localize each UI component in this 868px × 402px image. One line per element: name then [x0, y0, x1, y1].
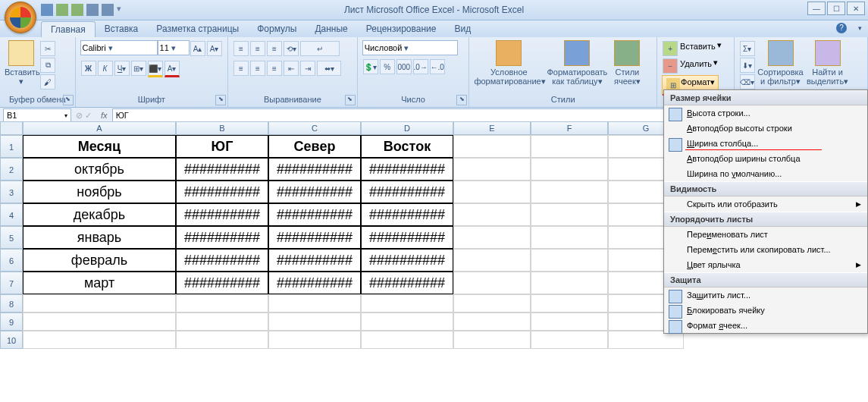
font-name-combo[interactable]: Calibri▾ — [80, 40, 158, 55]
row-header[interactable]: 2 — [0, 158, 23, 181]
tab-Вставка[interactable]: Вставка — [96, 21, 148, 37]
italic-button[interactable]: К — [98, 61, 113, 76]
cell[interactable] — [453, 203, 531, 226]
cell[interactable] — [531, 135, 608, 158]
redo-icon[interactable] — [71, 4, 83, 16]
cell[interactable] — [361, 331, 453, 349]
cell[interactable] — [531, 331, 608, 349]
align-left-icon[interactable]: ≡ — [233, 61, 249, 76]
grow-font-icon[interactable]: A▴ — [190, 41, 205, 56]
align-right-icon[interactable]: ≡ — [267, 61, 282, 76]
maximize-button[interactable]: ☐ — [827, 2, 845, 15]
row-header[interactable]: 5 — [0, 226, 23, 249]
cell[interactable]: ########## — [176, 272, 268, 294]
row-header[interactable]: 4 — [0, 203, 23, 226]
fill-icon[interactable]: ⬇▾ — [740, 58, 755, 73]
row-header[interactable]: 7 — [0, 272, 23, 294]
ribbon-toggle-icon[interactable]: ▾ — [858, 24, 862, 32]
format-painter-icon[interactable]: 🖌 — [40, 74, 55, 90]
cell[interactable] — [531, 158, 608, 181]
row-header[interactable]: 6 — [0, 249, 23, 272]
row-header[interactable]: 10 — [0, 331, 23, 349]
cell[interactable]: ########## — [176, 158, 268, 181]
font-color-icon[interactable]: A▾ — [165, 61, 180, 77]
delete-cells-button[interactable]: −Удалить▾ — [662, 58, 718, 74]
cell[interactable]: ########## — [268, 272, 361, 294]
office-button[interactable] — [5, 2, 36, 33]
bold-button[interactable]: Ж — [81, 61, 96, 76]
fill-color-icon[interactable]: ⬛▾ — [148, 61, 163, 77]
cell[interactable]: Месяц — [23, 135, 176, 158]
col-header-A[interactable]: A — [23, 121, 176, 135]
cell[interactable] — [176, 312, 268, 331]
cell[interactable] — [361, 294, 453, 312]
tab-Рецензирование[interactable]: Рецензирование — [357, 21, 446, 37]
tab-Данные[interactable]: Данные — [306, 21, 356, 37]
menu-item[interactable]: Ширина по умолчанию... — [664, 166, 867, 181]
copy-icon[interactable]: ⧉ — [40, 58, 55, 73]
orientation-icon[interactable]: ⟲▾ — [284, 41, 299, 56]
menu-item[interactable]: Переместить или скопировать лист... — [664, 242, 867, 257]
indent-dec-icon[interactable]: ⇤ — [284, 61, 299, 76]
dialog-launcher-icon[interactable]: ⬊ — [456, 95, 467, 105]
cell[interactable] — [453, 135, 531, 158]
cell[interactable] — [531, 272, 608, 294]
select-all-corner[interactable] — [0, 121, 23, 135]
underline-button[interactable]: Ч▾ — [114, 61, 130, 76]
undo-icon[interactable] — [56, 4, 68, 16]
cell[interactable]: ########## — [176, 203, 268, 226]
cell[interactable] — [453, 226, 531, 249]
cell[interactable] — [268, 294, 361, 312]
cell[interactable] — [531, 203, 608, 226]
row-header[interactable]: 3 — [0, 181, 23, 203]
cell[interactable]: март — [23, 272, 176, 294]
tab-Вид[interactable]: Вид — [445, 21, 480, 37]
cell[interactable] — [23, 312, 176, 331]
wrap-text-icon[interactable]: ↵ — [300, 41, 340, 56]
cell[interactable]: ########## — [361, 158, 453, 181]
cell[interactable] — [453, 272, 531, 294]
sort-filter-button[interactable]: Сортировка и фильтр▾ — [757, 40, 804, 86]
row-header[interactable]: 9 — [0, 312, 23, 331]
cell[interactable]: ########## — [361, 249, 453, 272]
help-icon[interactable]: ? — [836, 23, 847, 33]
fx-icon[interactable]: fx — [101, 111, 108, 120]
cell[interactable]: ноябрь — [23, 181, 176, 203]
currency-icon[interactable]: 💲▾ — [363, 59, 378, 74]
col-header-D[interactable]: D — [361, 121, 453, 135]
cell[interactable] — [268, 331, 361, 349]
cell[interactable] — [531, 181, 608, 203]
menu-item[interactable]: Скрыть или отобразить▶ — [664, 196, 867, 212]
qat-icon[interactable] — [102, 4, 114, 16]
cell[interactable]: ########## — [361, 181, 453, 203]
find-select-button[interactable]: Найти и выделить▾ — [806, 40, 850, 86]
cell[interactable]: ########## — [176, 249, 268, 272]
dialog-launcher-icon[interactable]: ⬊ — [345, 95, 356, 105]
dialog-launcher-icon[interactable]: ⬊ — [215, 95, 226, 105]
cell[interactable] — [268, 312, 361, 331]
clear-icon[interactable]: ⌫▾ — [740, 74, 755, 90]
cell-styles-button[interactable]: Стили ячеек▾ — [610, 40, 644, 86]
cell[interactable]: ########## — [268, 226, 361, 249]
autosum-icon[interactable]: Σ▾ — [740, 41, 755, 56]
menu-item[interactable]: Переименовать лист — [664, 227, 867, 242]
cell[interactable] — [176, 331, 268, 349]
menu-item[interactable]: Формат ячеек... — [664, 318, 867, 333]
save-icon[interactable] — [41, 4, 53, 16]
cell[interactable]: ЮГ — [176, 135, 268, 158]
cell[interactable] — [23, 294, 176, 312]
dialog-launcher-icon[interactable]: ⬊ — [63, 95, 74, 105]
cell[interactable] — [23, 331, 176, 349]
align-middle-icon[interactable]: ≡ — [250, 41, 265, 56]
conditional-format-button[interactable]: Условное форматирование▾ — [474, 40, 544, 86]
align-bottom-icon[interactable]: ≡ — [267, 41, 282, 56]
col-header-F[interactable]: F — [531, 121, 608, 135]
menu-item[interactable]: Защитить лист... — [664, 287, 867, 303]
cell[interactable]: январь — [23, 226, 176, 249]
menu-item[interactable]: Цвет ярлычка▶ — [664, 257, 867, 272]
font-size-combo[interactable]: 11▾ — [158, 40, 190, 55]
cell[interactable]: ########## — [268, 158, 361, 181]
merge-icon[interactable]: ⬌▾ — [317, 61, 341, 76]
cell[interactable]: ########## — [176, 181, 268, 203]
cell[interactable]: ########## — [268, 249, 361, 272]
